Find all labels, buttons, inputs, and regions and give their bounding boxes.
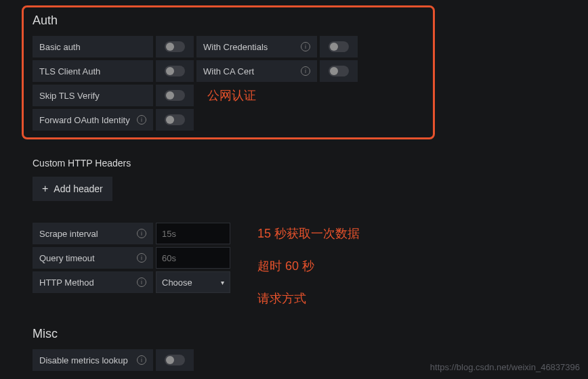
basic-auth-toggle[interactable]	[165, 41, 185, 52]
info-icon[interactable]: i	[137, 229, 146, 238]
disable-metrics-label: Disable metrics lookup i	[33, 349, 153, 371]
skip-tls-verify-toggle[interactable]	[165, 90, 185, 101]
info-icon[interactable]: i	[137, 277, 146, 287]
with-ca-cert-toggle[interactable]	[329, 66, 349, 76]
add-header-label: Add header	[54, 183, 102, 194]
custom-headers-section: Custom HTTP Headers + Add header	[33, 158, 555, 201]
query-timeout-annotation: 超时 60 秒	[257, 258, 360, 274]
with-credentials-toggle[interactable]	[329, 41, 349, 52]
auth-highlight-box	[22, 5, 435, 139]
http-method-annotation: 请求方式	[257, 290, 360, 307]
forward-oauth-toggle[interactable]	[165, 114, 185, 125]
query-settings-section: Scrape interval i Query timeout i HTTP M…	[33, 223, 555, 307]
misc-section-title: Misc	[33, 327, 555, 341]
tls-client-auth-toggle[interactable]	[165, 66, 185, 76]
query-timeout-input[interactable]	[156, 247, 230, 269]
add-header-button[interactable]: + Add header	[33, 177, 112, 201]
http-method-select[interactable]: Choose ▾	[156, 271, 230, 293]
http-method-value: Choose	[162, 277, 192, 288]
custom-headers-title: Custom HTTP Headers	[33, 158, 555, 169]
scrape-interval-label: Scrape interval i	[33, 223, 153, 244]
info-icon[interactable]: i	[137, 253, 146, 263]
http-method-label: HTTP Method i	[33, 271, 153, 293]
info-icon[interactable]: i	[137, 355, 146, 365]
disable-metrics-toggle[interactable]	[165, 355, 185, 365]
watermark: https://blog.csdn.net/weixin_46837396	[430, 362, 580, 372]
scrape-interval-input[interactable]	[156, 223, 230, 244]
scrape-interval-annotation: 15 秒获取一次数据	[257, 225, 360, 242]
chevron-down-icon: ▾	[221, 279, 224, 286]
plus-icon: +	[42, 183, 48, 195]
query-timeout-label: Query timeout i	[33, 247, 153, 269]
